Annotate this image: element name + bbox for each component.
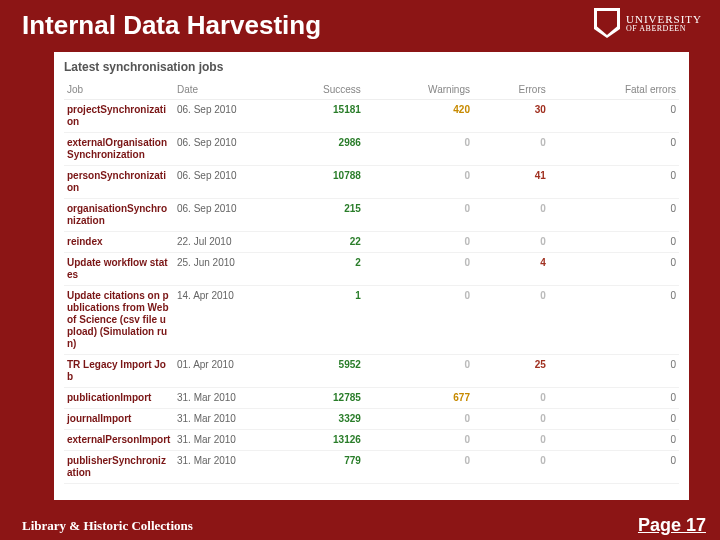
cell-warnings: 0 [364,166,473,199]
cell-success: 10788 [264,166,364,199]
brand-line2: OF ABERDEEN [626,25,702,34]
table-header-row: Job Date Success Warnings Errors Fatal e… [64,80,679,100]
col-errors: Errors [473,80,549,100]
cell-job[interactable]: journalImport [64,409,174,430]
cell-success: 22 [264,232,364,253]
cell-warnings: 420 [364,100,473,133]
cell-success: 12785 [264,388,364,409]
cell-date: 22. Jul 2010 [174,232,264,253]
col-date: Date [174,80,264,100]
cell-fatal: 0 [549,232,679,253]
table-row[interactable]: organisationSynchronization06. Sep 20102… [64,199,679,232]
cell-warnings: 0 [364,199,473,232]
col-job: Job [64,80,174,100]
col-success: Success [264,80,364,100]
cell-job[interactable]: Update workflow states [64,253,174,286]
table-row[interactable]: TR Legacy Import Job01. Apr 201059520250 [64,355,679,388]
cell-date: 31. Mar 2010 [174,409,264,430]
cell-warnings: 0 [364,430,473,451]
cell-errors: 0 [473,199,549,232]
cell-job[interactable]: projectSynchronization [64,100,174,133]
cell-errors: 0 [473,451,549,484]
col-fatal: Fatal errors [549,80,679,100]
table-row[interactable]: reindex22. Jul 201022000 [64,232,679,253]
cell-fatal: 0 [549,253,679,286]
cell-job[interactable]: externalOrganisationSynchronization [64,133,174,166]
table-row[interactable]: externalOrganisationSynchronization06. S… [64,133,679,166]
brand-logo: UNIVERSITY OF ABERDEEN [594,8,702,38]
crest-icon [594,8,620,38]
brand-line1: UNIVERSITY [626,13,702,25]
cell-date: 06. Sep 2010 [174,133,264,166]
cell-success: 5952 [264,355,364,388]
cell-job[interactable]: Update citations on publications from We… [64,286,174,355]
cell-success: 2986 [264,133,364,166]
table-row[interactable]: projectSynchronization06. Sep 2010151814… [64,100,679,133]
cell-job[interactable]: publicationImport [64,388,174,409]
cell-date: 06. Sep 2010 [174,199,264,232]
cell-errors: 41 [473,166,549,199]
cell-success: 3329 [264,409,364,430]
cell-warnings: 677 [364,388,473,409]
cell-success: 13126 [264,430,364,451]
cell-success: 215 [264,199,364,232]
cell-errors: 0 [473,286,549,355]
cell-fatal: 0 [549,388,679,409]
cell-success: 779 [264,451,364,484]
cell-job[interactable]: personSynchronization [64,166,174,199]
cell-job[interactable]: publisherSynchronization [64,451,174,484]
cell-job[interactable]: organisationSynchronization [64,199,174,232]
panel-title: Latest synchronisation jobs [64,60,679,74]
cell-date: 31. Mar 2010 [174,451,264,484]
table-row[interactable]: Update citations on publications from We… [64,286,679,355]
cell-date: 14. Apr 2010 [174,286,264,355]
cell-warnings: 0 [364,133,473,166]
cell-date: 06. Sep 2010 [174,100,264,133]
cell-errors: 0 [473,409,549,430]
cell-date: 25. Jun 2010 [174,253,264,286]
cell-fatal: 0 [549,355,679,388]
cell-errors: 0 [473,430,549,451]
table-row[interactable]: publisherSynchronization31. Mar 20107790… [64,451,679,484]
cell-job[interactable]: reindex [64,232,174,253]
cell-job[interactable]: externalPersonImport [64,430,174,451]
cell-fatal: 0 [549,199,679,232]
cell-errors: 0 [473,133,549,166]
cell-job[interactable]: TR Legacy Import Job [64,355,174,388]
footer-right: Page 17 [638,515,706,536]
col-warnings: Warnings [364,80,473,100]
cell-warnings: 0 [364,232,473,253]
cell-fatal: 0 [549,430,679,451]
cell-errors: 0 [473,232,549,253]
footer-left: Library & Historic Collections [22,518,193,534]
cell-warnings: 0 [364,253,473,286]
cell-success: 15181 [264,100,364,133]
jobs-table: Job Date Success Warnings Errors Fatal e… [64,80,679,484]
cell-warnings: 0 [364,355,473,388]
cell-errors: 4 [473,253,549,286]
cell-fatal: 0 [549,409,679,430]
cell-success: 1 [264,286,364,355]
brand-text: UNIVERSITY OF ABERDEEN [626,13,702,34]
cell-warnings: 0 [364,451,473,484]
cell-fatal: 0 [549,451,679,484]
cell-date: 06. Sep 2010 [174,166,264,199]
cell-fatal: 0 [549,133,679,166]
cell-warnings: 0 [364,409,473,430]
cell-date: 01. Apr 2010 [174,355,264,388]
table-row[interactable]: Update workflow states25. Jun 20102040 [64,253,679,286]
cell-warnings: 0 [364,286,473,355]
cell-fatal: 0 [549,166,679,199]
table-row[interactable]: journalImport31. Mar 20103329000 [64,409,679,430]
cell-errors: 30 [473,100,549,133]
cell-success: 2 [264,253,364,286]
cell-fatal: 0 [549,100,679,133]
sync-jobs-panel: Latest synchronisation jobs Job Date Suc… [54,52,689,500]
cell-date: 31. Mar 2010 [174,388,264,409]
cell-fatal: 0 [549,286,679,355]
table-row[interactable]: externalPersonImport31. Mar 201013126000 [64,430,679,451]
cell-date: 31. Mar 2010 [174,430,264,451]
cell-errors: 25 [473,355,549,388]
table-row[interactable]: publicationImport31. Mar 20101278567700 [64,388,679,409]
table-row[interactable]: personSynchronization06. Sep 20101078804… [64,166,679,199]
